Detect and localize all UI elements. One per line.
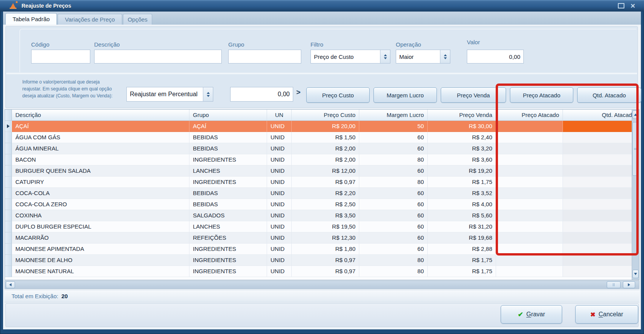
- cell-descricao[interactable]: COCA-COLA: [12, 188, 189, 199]
- cell-preco_venda[interactable]: R$ 30,00: [428, 121, 496, 132]
- gravar-button[interactable]: ✔ Gravar: [501, 305, 562, 324]
- cell-un[interactable]: UNID: [267, 132, 292, 143]
- cell-grupo[interactable]: INGREDIENTES: [189, 266, 267, 277]
- grupo-input[interactable]: [228, 50, 301, 63]
- horizontal-scrollbar[interactable]: [5, 281, 639, 289]
- cell-grupo[interactable]: BEBIDAS: [189, 143, 267, 154]
- cell-descricao[interactable]: AÇAÍ: [12, 121, 189, 132]
- cell-preco_atacado[interactable]: [496, 266, 563, 277]
- column-header-descricao[interactable]: Descrição: [12, 110, 189, 120]
- valor-input[interactable]: [467, 50, 524, 63]
- preco-atacado-button[interactable]: Preço Atacado: [510, 87, 573, 103]
- cell-margem_lucro[interactable]: 50: [359, 121, 428, 132]
- cell-margem_lucro[interactable]: 80: [359, 177, 428, 188]
- cell-margem_lucro[interactable]: 60: [359, 143, 428, 154]
- cell-preco_custo[interactable]: R$ 2,00: [292, 154, 359, 165]
- cell-descricao[interactable]: MACARRÃO: [12, 232, 189, 244]
- cell-un[interactable]: UNID: [267, 154, 292, 165]
- column-header-preco_custo[interactable]: Preço Custo: [292, 110, 359, 120]
- cell-preco_custo[interactable]: R$ 3,50: [292, 210, 359, 221]
- cell-preco_atacado[interactable]: [496, 132, 563, 143]
- cell-preco_atacado[interactable]: [496, 199, 563, 210]
- cell-preco_venda[interactable]: R$ 4,00: [428, 199, 496, 210]
- cell-preco_custo[interactable]: R$ 20,00: [292, 121, 359, 132]
- cell-preco_venda[interactable]: R$ 1,75: [428, 266, 496, 277]
- column-header-qtd_atacado[interactable]: Qtd. Atacado: [563, 110, 639, 120]
- cell-un[interactable]: UNID: [267, 199, 292, 210]
- cell-preco_venda[interactable]: R$ 3,20: [428, 143, 496, 154]
- preco-venda-button[interactable]: Preço Venda: [441, 87, 506, 103]
- grid-row[interactable]: BURGUER QUEEN SALADALANCHESUNIDR$ 12,006…: [5, 165, 639, 177]
- grid-row[interactable]: AÇAÍAÇAÍUNIDR$ 20,0050R$ 30,00: [5, 121, 639, 132]
- operacao-select[interactable]: Maior: [396, 50, 450, 63]
- cell-preco_venda[interactable]: R$ 3,60: [428, 154, 496, 165]
- cell-margem_lucro[interactable]: 60: [359, 165, 428, 177]
- scroll-up-button[interactable]: [632, 110, 639, 119]
- cell-qtd_atacado[interactable]: [563, 177, 639, 188]
- cell-preco_atacado[interactable]: [496, 232, 563, 244]
- cell-preco_venda[interactable]: R$ 2,40: [428, 132, 496, 143]
- maximize-button[interactable]: [616, 2, 626, 10]
- cell-qtd_atacado[interactable]: [563, 188, 639, 199]
- cancelar-button[interactable]: ✖ Cancelar: [575, 305, 638, 324]
- cell-descricao[interactable]: COXINHA: [12, 210, 189, 221]
- cell-descricao[interactable]: BACON: [12, 154, 189, 165]
- grid-row[interactable]: COCA-COLABEBIDASUNIDR$ 2,2060R$ 3,52: [5, 188, 639, 199]
- cell-preco_venda[interactable]: R$ 31,20: [428, 221, 496, 232]
- filtro-select[interactable]: Preço de Custo: [310, 50, 390, 63]
- column-header-grupo[interactable]: Grupo: [189, 110, 267, 120]
- cell-grupo[interactable]: LANCHES: [189, 165, 267, 177]
- preco-custo-button[interactable]: Preço Custo: [306, 87, 370, 103]
- cell-grupo[interactable]: LANCHES: [189, 221, 267, 232]
- cell-grupo[interactable]: BEBIDAS: [189, 132, 267, 143]
- cell-preco_atacado[interactable]: [496, 188, 563, 199]
- reajuste-mode-select[interactable]: Reajustar em Percentual: [126, 87, 213, 102]
- cell-un[interactable]: UNID: [267, 165, 292, 177]
- grid-row[interactable]: MAIONESE NATURALINGREDIENTESUNIDR$ 0,978…: [5, 266, 639, 277]
- cell-preco_atacado[interactable]: [496, 165, 563, 177]
- cell-preco_venda[interactable]: R$ 19,68: [428, 232, 496, 244]
- cell-preco_venda[interactable]: R$ 1,75: [428, 255, 496, 266]
- vertical-scrollbar[interactable]: [632, 110, 639, 280]
- cell-preco_venda[interactable]: R$ 1,75: [428, 177, 496, 188]
- cell-preco_venda[interactable]: R$ 3,52: [428, 188, 496, 199]
- cell-preco_custo[interactable]: R$ 12,00: [292, 165, 359, 177]
- cell-grupo[interactable]: INGREDIENTES: [189, 244, 267, 255]
- vertical-scroll-thumb[interactable]: [632, 122, 639, 176]
- cell-grupo[interactable]: REFEIÇÕES: [189, 232, 267, 244]
- cell-grupo[interactable]: AÇAÍ: [189, 121, 267, 132]
- operacao-spinner-icon[interactable]: [440, 50, 450, 63]
- cell-preco_atacado[interactable]: [496, 244, 563, 255]
- tab-opcoes[interactable]: Opções: [123, 14, 152, 25]
- grid-row[interactable]: MAIONESE DE ALHOINGREDIENTESUNIDR$ 0,978…: [5, 255, 639, 266]
- cell-preco_custo[interactable]: R$ 2,50: [292, 199, 359, 210]
- codigo-input[interactable]: [31, 50, 90, 63]
- cell-preco_venda[interactable]: R$ 5,60: [428, 210, 496, 221]
- cell-preco_atacado[interactable]: [496, 255, 563, 266]
- cell-qtd_atacado[interactable]: [563, 232, 639, 244]
- grid-row[interactable]: MAIONESE APIMENTADAINGREDIENTESUNIDR$ 1,…: [5, 244, 639, 255]
- cell-grupo[interactable]: BEBIDAS: [189, 199, 267, 210]
- cell-preco_custo[interactable]: R$ 0,97: [292, 266, 359, 277]
- cell-margem_lucro[interactable]: 80: [359, 255, 428, 266]
- cell-preco_custo[interactable]: R$ 0,97: [292, 177, 359, 188]
- cell-preco_custo[interactable]: R$ 2,00: [292, 143, 359, 154]
- grid-row[interactable]: MACARRÃOREFEIÇÕESUNIDR$ 12,3060R$ 19,68: [5, 232, 639, 244]
- cell-descricao[interactable]: DUPLO BURGER ESPECIAL: [12, 221, 189, 232]
- cell-grupo[interactable]: INGREDIENTES: [189, 177, 267, 188]
- cell-qtd_atacado[interactable]: [563, 154, 639, 165]
- cell-un[interactable]: UNID: [267, 121, 292, 132]
- cell-preco_custo[interactable]: R$ 1,50: [292, 132, 359, 143]
- scroll-down-button[interactable]: [632, 270, 639, 278]
- filtro-spinner-icon[interactable]: [380, 50, 390, 63]
- reajuste-spinner-icon[interactable]: [203, 87, 213, 101]
- cell-grupo[interactable]: SALGADOS: [189, 210, 267, 221]
- cell-un[interactable]: UNID: [267, 232, 292, 244]
- cell-un[interactable]: UNID: [267, 143, 292, 154]
- cell-un[interactable]: UNID: [267, 177, 292, 188]
- grid-row[interactable]: ÁGUA MINERALBEBIDASUNIDR$ 2,0060R$ 3,20: [5, 143, 639, 154]
- cell-un[interactable]: UNID: [267, 188, 292, 199]
- cell-un[interactable]: UNID: [267, 221, 292, 232]
- cell-qtd_atacado[interactable]: [563, 221, 639, 232]
- cell-descricao[interactable]: MAIONESE DE ALHO: [12, 255, 189, 266]
